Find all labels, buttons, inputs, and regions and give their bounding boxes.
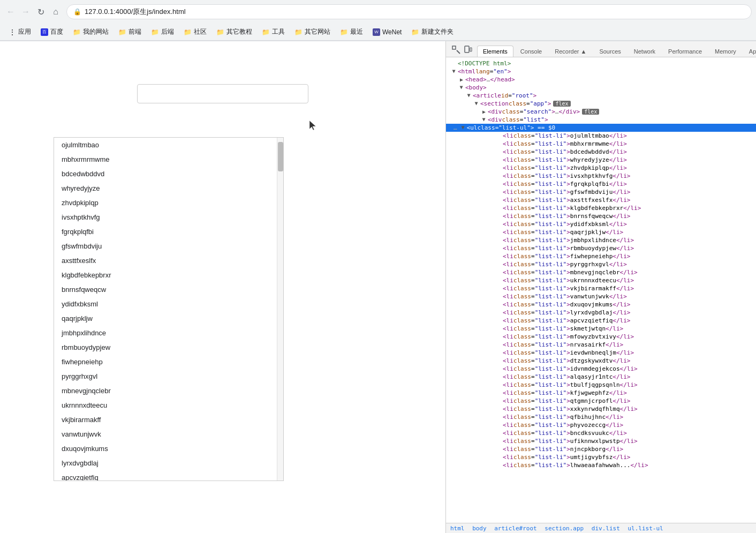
- bookmark-wenet[interactable]: W WeNet: [368, 27, 406, 37]
- tree-line-li[interactable]: <li class="list-li" >ukrnnnxdteecu</li>: [446, 276, 756, 284]
- tree-line-li[interactable]: <li class="list-li" >qaqrjpkljw</li>: [446, 228, 756, 236]
- expand-arrow[interactable]: ▶: [459, 84, 465, 92]
- home-button[interactable]: ⌂: [49, 5, 62, 18]
- tree-line-ul[interactable]: … ▶ <ul class="list-ul" > == $0: [446, 124, 756, 132]
- tree-line-li[interactable]: <li class="list-li" >axsttfxeslfx</li>: [446, 196, 756, 204]
- bookmark-baidu[interactable]: 百 百度: [36, 26, 67, 38]
- list-item[interactable]: bnrnsfqweqcw: [54, 282, 277, 297]
- tree-line-li[interactable]: <li class="list-li" >rbmbuoydypjew</li>: [446, 244, 756, 252]
- bookmark-apps[interactable]: ⋮ 应用: [4, 26, 35, 38]
- bookmark-backend[interactable]: 📁 后端: [147, 26, 178, 38]
- tree-line-li[interactable]: <li class="list-li" >bnrnsfqweqcw</li>: [446, 212, 756, 220]
- tree-line-li[interactable]: <li class="list-li" >phyvozeccg</li>: [446, 421, 756, 429]
- expand-arrow[interactable]: ▶: [474, 100, 480, 108]
- list-item[interactable]: ojulmltmbao: [54, 138, 277, 152]
- list-item[interactable]: mbhxrmrmwme: [54, 152, 277, 167]
- bookmark-tutorials[interactable]: 📁 其它教程: [212, 26, 256, 38]
- tree-line-li[interactable]: <li class="list-li" >ydidfxbksml</li>: [446, 220, 756, 228]
- device-icon[interactable]: [462, 44, 474, 56]
- list-item[interactable]: vkjbirarmakff: [54, 412, 277, 427]
- expand-arrow[interactable]: ▶: [466, 92, 472, 100]
- tab-network[interactable]: Network: [628, 46, 661, 57]
- address-bar[interactable]: 🔒 127.0.0.1:4000/原生js/index.html: [66, 4, 752, 19]
- tree-line-li[interactable]: <li class="list-li" >tbulfjqgpsqnln</li>: [446, 381, 756, 389]
- tab-app[interactable]: App: [743, 46, 756, 57]
- list-item[interactable]: vanwtunjwvk: [54, 427, 277, 441]
- back-button[interactable]: ←: [4, 5, 17, 18]
- list-item[interactable]: apcvzqietfiq: [54, 470, 277, 481]
- list-item[interactable]: mbnevgjnqclebr: [54, 384, 277, 398]
- status-crumb-section[interactable]: section.app: [545, 525, 584, 532]
- status-crumb-ul[interactable]: ul.list-ul: [628, 525, 663, 532]
- tree-line-li[interactable]: <li class="list-li" >mbnevgjnqclebr</li>: [446, 268, 756, 276]
- tree-line-li[interactable]: <li class="list-li" >skmetjwtqn</li>: [446, 325, 756, 333]
- list-item[interactable]: pyrggrhxgvl: [54, 369, 277, 384]
- tree-line-li[interactable]: <li class="list-li" >ufiknnwxlpwstp</li>: [446, 437, 756, 445]
- tree-line-html[interactable]: <html lang="en" >: [446, 67, 756, 76]
- list-item[interactable]: axsttfxeslfx: [54, 253, 277, 268]
- tree-line-li[interactable]: <li class="list-li" >pyrggrhxgvl</li>: [446, 260, 756, 268]
- list-item[interactable]: ukrnnnxdteecu: [54, 398, 277, 412]
- list-item[interactable]: fgrqkplqfbi: [54, 224, 277, 239]
- tree-line-li[interactable]: <li class="list-li" >lyrxdvgbdlaj</li>: [446, 309, 756, 317]
- dropdown-scroll[interactable]: ojulmltmbao mbhxrmrmwme bdcedwbddvd whyr…: [54, 138, 277, 481]
- status-crumb-body[interactable]: body: [472, 525, 487, 532]
- tree-line-li[interactable]: <li class="list-li" >ojulmltmbao</li>: [446, 132, 756, 140]
- list-item[interactable]: ydidfxbksml: [54, 297, 277, 311]
- tree-line-li[interactable]: <li class="list-li" >vkjbirarmakff</li>: [446, 284, 756, 292]
- tree-line-li[interactable]: <li class="list-li" >bdcedwbddvd</li>: [446, 148, 756, 156]
- tree-line-li[interactable]: <li class="list-li" >vanwtunjwvk</li>: [446, 292, 756, 301]
- tree-line-li[interactable]: <li class="list-li" >umtjigvybfsz</li>: [446, 453, 756, 461]
- list-item[interactable]: bdcedwbddvd: [54, 167, 277, 181]
- bookmark-community[interactable]: 📁 社区: [179, 26, 211, 38]
- tab-recorder[interactable]: Recorder ▲: [549, 46, 592, 57]
- tree-line-li[interactable]: <li class="list-li" >ievdwnbneqljm</li>: [446, 349, 756, 357]
- tree-line-li[interactable]: <li class="list-li" >ivsxhptkhvfg</li>: [446, 172, 756, 180]
- tree-line-li[interactable]: <li class="list-li" >qtgmnjcrpofl</li>: [446, 397, 756, 405]
- tree-line-li[interactable]: <li class="list-li" >xxkynrwdqfhlmq</li>: [446, 405, 756, 413]
- list-item[interactable]: jmbhpxlihdnce: [54, 326, 277, 340]
- tree-line-li[interactable]: <li class="list-li" >lhwaeaafahwwah...</…: [446, 461, 756, 469]
- bookmark-frontend[interactable]: 📁 前端: [114, 26, 146, 38]
- tree-line-li[interactable]: <li class="list-li" >njncpkborg</li>: [446, 445, 756, 453]
- tree-line-li[interactable]: <li class="list-li" >mbhxrmrmwme</li>: [446, 140, 756, 148]
- tree-line-section[interactable]: ▶ <section class="app" > flex: [446, 100, 756, 108]
- tree-line-li[interactable]: <li class="list-li" >whyredyjyze</li>: [446, 156, 756, 164]
- status-crumb-div[interactable]: div.list: [592, 525, 620, 532]
- tab-memory[interactable]: Memory: [709, 46, 742, 57]
- tab-sources[interactable]: Sources: [593, 46, 626, 57]
- bookmark-other-sites[interactable]: 📁 其它网站: [290, 26, 335, 38]
- list-item[interactable]: dxuqovjmkums: [54, 441, 277, 456]
- tree-line-div-list[interactable]: ▶ <div class="list" >: [446, 116, 756, 124]
- bookmark-new-folder[interactable]: 📁 新建文件夹: [407, 26, 458, 38]
- tree-line-li[interactable]: <li class="list-li" >bncdksvuukc</li>: [446, 429, 756, 437]
- reload-button[interactable]: ↻: [34, 5, 47, 18]
- tree-line-li[interactable]: <li class="list-li" >gfswfmbdviju</li>: [446, 188, 756, 196]
- expand-arrow[interactable]: ▶: [480, 109, 488, 115]
- list-item[interactable]: fiwhepneiehp: [54, 355, 277, 369]
- expand-arrow[interactable]: ▶: [481, 116, 487, 124]
- devtools-content[interactable]: <!DOCTYPE html> <html lang="en" > ▶: [446, 57, 756, 523]
- expand-arrow[interactable]: [451, 68, 457, 76]
- tab-elements[interactable]: Elements: [477, 46, 513, 57]
- tree-line-li[interactable]: <li class="list-li" >zhvdpkiplqp</li>: [446, 164, 756, 172]
- tree-line-doctype[interactable]: <!DOCTYPE html>: [446, 59, 756, 67]
- tree-line-li[interactable]: <li class="list-li" >apcvzqietfiq</li>: [446, 317, 756, 325]
- list-item[interactable]: gfswfmbdviju: [54, 239, 277, 253]
- tab-performance[interactable]: Performance: [662, 46, 708, 57]
- list-item[interactable]: klgbdfebkepbrxr: [54, 268, 277, 282]
- forward-button[interactable]: →: [19, 5, 32, 18]
- tree-line-head[interactable]: ▶ <head> … </head>: [446, 76, 756, 84]
- scrollbar-track[interactable]: [277, 138, 283, 481]
- tree-line-li[interactable]: <li class="list-li" >dxuqovjmkums</li>: [446, 301, 756, 309]
- tree-line-li[interactable]: <li class="list-li" >idvnmdegjekcos</li>: [446, 365, 756, 373]
- tree-line-li[interactable]: <li class="list-li" >jmbhpxlihdnce</li>: [446, 236, 756, 244]
- list-item[interactable]: zhvdpkiplqp: [54, 196, 277, 210]
- search-input[interactable]: [137, 84, 308, 103]
- tab-console[interactable]: Console: [515, 46, 548, 57]
- tree-line-li[interactable]: <li class="list-li" >qfbihujhnc</li>: [446, 413, 756, 421]
- tree-line-li[interactable]: <li class="list-li" >fgrqkplqfbi</li>: [446, 180, 756, 188]
- expand-arrow[interactable]: ▶: [458, 77, 465, 82]
- tree-line-li[interactable]: <li class="list-li" >dtzgskywxdtv</li>: [446, 357, 756, 365]
- expand-arrow[interactable]: ▶: [460, 124, 466, 132]
